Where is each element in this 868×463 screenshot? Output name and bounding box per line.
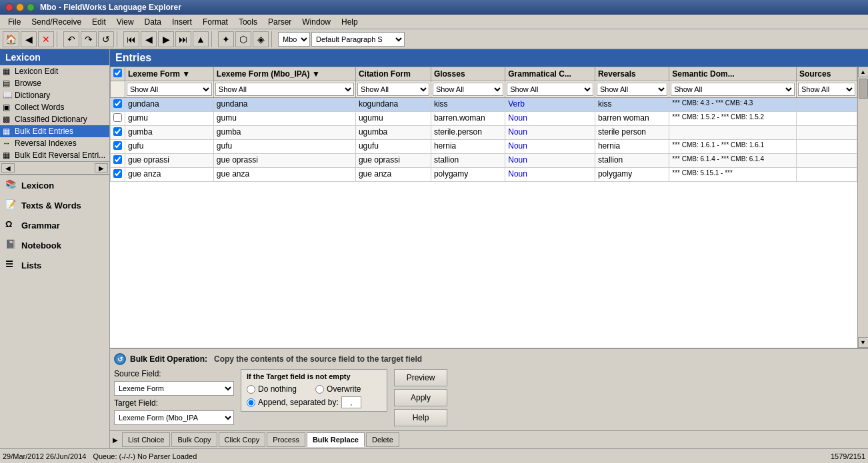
filter-semantic[interactable]: Show All: [669, 81, 797, 98]
row-checkbox[interactable]: [113, 155, 122, 164]
tab-delete[interactable]: Delete: [366, 432, 399, 447]
filter-reversals-select[interactable]: Show All: [597, 83, 667, 96]
col-reversals[interactable]: Reversals: [595, 67, 669, 81]
menu-tools[interactable]: Tools: [233, 16, 263, 28]
sidebar-item-dictionary[interactable]: 📖 Dictionary: [0, 89, 109, 101]
window-controls[interactable]: [5, 3, 35, 11]
sidebar-item-bulk-edit-reversal[interactable]: ▦ Bulk Edit Reversal Entri...: [0, 149, 109, 161]
tab-list-choice[interactable]: List Choice: [122, 432, 170, 447]
filter-lexeme-select[interactable]: Show All: [127, 83, 212, 96]
col-lexeme-ipa[interactable]: Lexeme Form (Mbo_IPA) ▼: [213, 67, 355, 81]
tab-click-copy[interactable]: Click Copy: [219, 432, 266, 447]
filter-ipa[interactable]: Show All: [213, 81, 355, 98]
filter-glosses-select[interactable]: Show All: [433, 83, 503, 96]
col-glosses[interactable]: Glosses: [431, 67, 505, 81]
col-semantic[interactable]: Semantic Dom...: [669, 67, 797, 81]
tab-bulk-replace[interactable]: Bulk Replace: [307, 432, 365, 447]
menu-help[interactable]: Help: [336, 16, 363, 28]
row-checkbox[interactable]: [113, 169, 122, 178]
menu-window[interactable]: Window: [297, 16, 336, 28]
nav-up[interactable]: ▲: [193, 31, 209, 47]
row-checkbox-cell[interactable]: [111, 112, 125, 126]
undo-button[interactable]: ↶: [63, 31, 79, 47]
row-checkbox-cell[interactable]: [111, 154, 125, 168]
menu-parser[interactable]: Parser: [263, 16, 297, 28]
filter-lexeme[interactable]: Show All: [125, 81, 214, 98]
preview-button[interactable]: Preview: [394, 369, 447, 386]
col-lexeme-form[interactable]: Lexeme Form ▼: [125, 67, 214, 81]
sidebar-item-bulk-edit-entries[interactable]: ▦ Bulk Edit Entries: [0, 125, 109, 137]
menu-data[interactable]: Data: [139, 16, 167, 28]
menu-format[interactable]: Format: [197, 16, 233, 28]
nav-first[interactable]: ⏮: [123, 31, 139, 47]
tab-process[interactable]: Process: [267, 432, 305, 447]
style-combo[interactable]: Default Paragraph S: [311, 32, 405, 47]
col-citation-form[interactable]: Citation Form: [355, 67, 431, 81]
filter-sources[interactable]: Show All: [797, 81, 857, 98]
row-checkbox-cell[interactable]: [111, 98, 125, 112]
select-all-checkbox[interactable]: [113, 69, 122, 77]
help-button[interactable]: Help: [394, 409, 447, 426]
menu-file[interactable]: File: [3, 16, 26, 28]
sidebar-item-browse[interactable]: ▤ Browse: [0, 77, 109, 89]
back-button[interactable]: ◀: [21, 31, 37, 47]
apply-button[interactable]: Apply: [394, 389, 447, 406]
nav-next[interactable]: ▶: [158, 31, 174, 47]
sidebar-item-classified-dictionary[interactable]: ▩ Classified Dictionary: [0, 113, 109, 125]
filter-glosses[interactable]: Show All: [431, 81, 505, 98]
row-checkbox-cell[interactable]: [111, 140, 125, 154]
tab-scroll-arrow[interactable]: ▶: [113, 436, 118, 444]
row-checkbox-cell[interactable]: [111, 168, 125, 182]
row-checkbox-cell[interactable]: [111, 126, 125, 140]
filter-reversals[interactable]: Show All: [595, 81, 669, 98]
scroll-down-button[interactable]: ▼: [858, 337, 869, 348]
filter-citation-select[interactable]: Show All: [357, 83, 429, 96]
scroll-up-button[interactable]: ▲: [858, 67, 869, 77]
sidebar-section-texts-words[interactable]: 📝 Texts & Words: [0, 195, 109, 215]
col-sources[interactable]: Sources: [797, 67, 857, 81]
toolbar-special3[interactable]: ◈: [253, 31, 269, 47]
menu-send-receive[interactable]: Send/Receive: [26, 16, 87, 28]
sidebar-item-reversal-indexes[interactable]: ↔ Reversal Indexes: [0, 137, 109, 149]
col-grammatical[interactable]: Grammatical C...: [505, 67, 595, 81]
maximize-button[interactable]: [27, 3, 35, 11]
filter-semantic-select[interactable]: Show All: [671, 83, 795, 96]
minimize-button[interactable]: [16, 3, 24, 11]
toolbar-special1[interactable]: ✦: [218, 31, 234, 47]
filter-gram[interactable]: Show All: [505, 81, 595, 98]
radio-overwrite[interactable]: [315, 385, 324, 394]
row-checkbox[interactable]: [113, 99, 122, 108]
sidebar-item-collect-words[interactable]: ▣ Collect Words: [0, 101, 109, 113]
table-scrollbar[interactable]: ▲ ▼: [857, 67, 868, 348]
radio-do-nothing[interactable]: [247, 385, 255, 394]
project-combo[interactable]: Mbo: [278, 32, 310, 47]
tab-bulk-copy[interactable]: Bulk Copy: [171, 432, 217, 447]
close-x-button[interactable]: ✕: [38, 31, 54, 47]
sidebar-scroll-right[interactable]: ▶: [95, 163, 108, 173]
sidebar-scroll-left[interactable]: ◀: [1, 163, 15, 173]
home-button[interactable]: 🏠: [3, 31, 19, 47]
target-field-combo[interactable]: Lexeme Form (Mbo_IPA: [114, 410, 234, 425]
sidebar-item-lexicon-edit[interactable]: ▦ Lexicon Edit: [0, 65, 109, 77]
row-checkbox[interactable]: [113, 127, 122, 136]
redo-button[interactable]: ↷: [81, 31, 97, 47]
filter-citation[interactable]: Show All: [355, 81, 431, 98]
nav-last[interactable]: ⏭: [175, 31, 191, 47]
menu-insert[interactable]: Insert: [167, 16, 197, 28]
toolbar-special2[interactable]: ⬡: [235, 31, 251, 47]
filter-gram-select[interactable]: Show All: [507, 83, 593, 96]
filter-sources-select[interactable]: Show All: [798, 83, 855, 96]
append-separator-input[interactable]: [341, 396, 361, 408]
row-checkbox[interactable]: [113, 113, 122, 122]
scroll-thumb[interactable]: [859, 79, 868, 99]
sidebar-section-grammar[interactable]: Ω Grammar: [0, 215, 109, 235]
menu-edit[interactable]: Edit: [87, 16, 111, 28]
sidebar-section-notebook[interactable]: 📓 Notebook: [0, 235, 109, 255]
row-checkbox[interactable]: [113, 141, 122, 150]
source-field-combo[interactable]: Lexeme Form: [114, 381, 234, 396]
refresh-button[interactable]: ↺: [98, 31, 114, 47]
menu-view[interactable]: View: [111, 16, 139, 28]
sidebar-section-lexicon[interactable]: 📚 Lexicon: [0, 175, 109, 195]
filter-ipa-select[interactable]: Show All: [215, 83, 354, 96]
radio-append[interactable]: [247, 398, 255, 407]
